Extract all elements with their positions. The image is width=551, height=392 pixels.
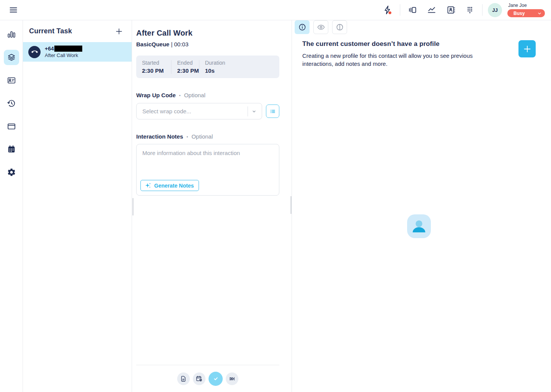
call-stats-card: Started 2:30 PM Ended 2:30 PM Duration 1… (136, 56, 279, 78)
sparkle-icon (145, 182, 152, 189)
queue-separator: | (171, 41, 173, 47)
gear-icon (7, 168, 16, 177)
user-block: Jane Joe Busy (507, 3, 545, 17)
generate-notes-button[interactable]: Generate Notes (140, 180, 199, 191)
interaction-notes-input[interactable] (137, 144, 279, 175)
customer-profile-panel: The current customer doesn’t have a prof… (292, 20, 551, 392)
task-subtitle: After Call Work (45, 52, 82, 58)
acw-footer-toolbar (136, 365, 279, 392)
complete-task-button[interactable] (209, 372, 223, 386)
queue-name: BasicQueue (136, 41, 170, 47)
split-circle-icon (336, 23, 344, 31)
nav-item-settings[interactable] (0, 161, 23, 184)
stat-duration: Duration 10s (199, 60, 225, 74)
interaction-notes-label: Interaction Notes (136, 133, 183, 140)
user-name: Jane Joe (507, 3, 527, 8)
tab-preview[interactable] (313, 20, 328, 34)
notes-optional-tag: Optional (191, 133, 213, 140)
interaction-notes-box: Generate Notes (136, 144, 279, 196)
contacts-button[interactable] (444, 3, 458, 17)
eye-icon (317, 23, 325, 31)
right-scrollbar-thumb[interactable] (290, 196, 292, 214)
generate-notes-label: Generate Notes (154, 183, 194, 189)
topbar-divider (482, 4, 483, 16)
select-divider (248, 106, 248, 116)
topbar-divider (400, 4, 400, 16)
top-bar: JJ Jane Joe Busy (0, 0, 551, 20)
nav-item-workspace[interactable] (0, 115, 23, 138)
window-icon (7, 122, 16, 131)
layers-icon (7, 53, 16, 62)
bar-chart-icon (7, 30, 16, 39)
tab-info[interactable] (295, 20, 310, 34)
wrap-up-code-label: Wrap Up Code (136, 92, 176, 98)
chevron-down-icon (250, 108, 258, 115)
acw-timer: 00:03 (174, 41, 189, 47)
skip-next-button[interactable] (226, 372, 238, 385)
stats-button[interactable] (425, 3, 439, 17)
agent-workspace: JJ Jane Joe Busy (0, 0, 551, 392)
wrap-code-list-button[interactable] (266, 105, 279, 118)
stat-started: Started 2:30 PM (136, 60, 171, 74)
dialpad-button[interactable] (463, 3, 477, 17)
selected-nav-highlight (4, 50, 19, 65)
call-end-icon (28, 46, 41, 58)
no-profile-heading: The current customer doesn’t have a prof… (302, 40, 494, 48)
contact-card-icon (7, 76, 16, 85)
current-task-panel: Current Task +64 After Call Work (23, 20, 132, 392)
profile-tabs (295, 20, 347, 34)
current-task-title: Current Task (29, 27, 72, 35)
queue-timer-line: BasicQueue | 00:03 (136, 41, 279, 47)
no-profile-body: Creating a new profile for this contact … (302, 52, 485, 68)
notifications-button[interactable] (381, 3, 395, 17)
calendar-clock-icon (196, 375, 203, 382)
dialpad-icon (465, 5, 474, 15)
contact-book-icon (446, 5, 455, 15)
status-label: Busy (514, 11, 525, 16)
document-icon (180, 375, 187, 382)
phone-redaction-box (54, 46, 82, 52)
chevron-down-icon (537, 11, 542, 16)
person-icon (407, 214, 431, 238)
calendar-icon (7, 145, 16, 154)
plus-icon (523, 44, 532, 54)
wrap-code-placeholder: Select wrap code... (142, 108, 248, 114)
nav-item-metrics[interactable] (0, 23, 23, 46)
left-nav-rail (0, 20, 23, 392)
task-phone-number: +64 (45, 46, 82, 52)
schedule-callback-button[interactable] (193, 372, 205, 385)
wrap-up-optional-tag: Optional (184, 92, 205, 98)
no-profile-message: The current customer doesn’t have a prof… (302, 40, 494, 68)
user-initials: JJ (492, 7, 497, 13)
stat-ended: Ended 2:30 PM (171, 60, 199, 74)
add-task-button[interactable] (115, 27, 123, 36)
nav-item-calendar[interactable] (0, 138, 23, 161)
status-dropdown[interactable]: Busy (507, 9, 545, 17)
trend-chart-icon (427, 5, 436, 15)
plus-icon (115, 27, 123, 36)
hamburger-menu-button[interactable] (7, 3, 20, 17)
acw-title: After Call Work (136, 29, 279, 38)
create-profile-button[interactable] (518, 40, 536, 57)
nav-item-contacts[interactable] (0, 69, 23, 92)
layout-panels-icon (408, 5, 417, 15)
tab-split-view[interactable] (332, 20, 347, 34)
list-icon (269, 108, 277, 115)
bullet-separator: • (187, 134, 188, 139)
wrap-code-select[interactable]: Select wrap code... (136, 103, 262, 119)
skip-forward-icon (228, 375, 236, 382)
left-scrollbar-thumb[interactable] (132, 198, 134, 216)
bolt-notification-icon (383, 5, 393, 15)
task-list-item[interactable]: +64 After Call Work (23, 42, 132, 62)
notes-document-button[interactable] (177, 372, 190, 385)
history-clock-icon (7, 99, 16, 108)
nav-item-history[interactable] (0, 92, 23, 115)
check-icon (212, 375, 220, 382)
layout-panels-button[interactable] (406, 3, 419, 17)
nav-item-tasks[interactable] (0, 46, 23, 69)
profile-placeholder-avatar (407, 214, 431, 238)
info-icon (298, 23, 306, 31)
user-avatar[interactable]: JJ (488, 3, 502, 17)
hamburger-icon (9, 5, 18, 15)
bullet-separator: • (179, 93, 181, 98)
